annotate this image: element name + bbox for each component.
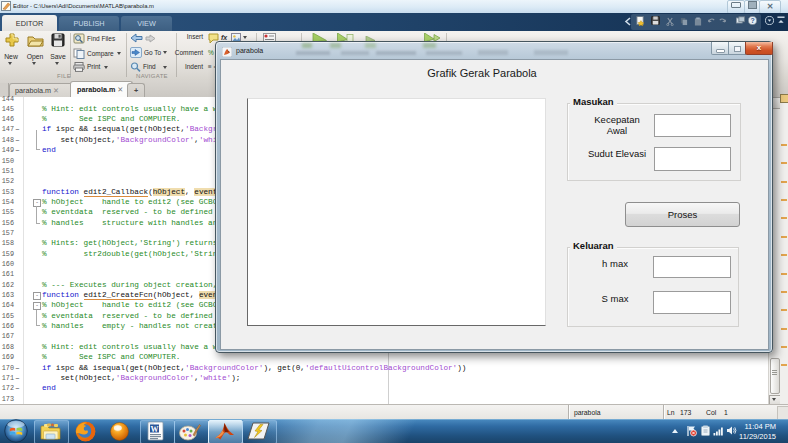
svg-text:W: W: [151, 425, 159, 434]
svg-text:?: ?: [750, 17, 754, 24]
